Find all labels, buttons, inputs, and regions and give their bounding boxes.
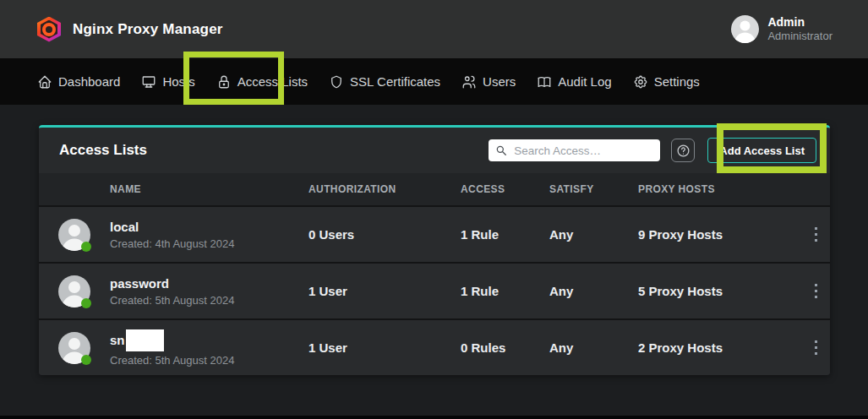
access-list-created: Created: 4th August 2024	[110, 237, 308, 250]
users-icon	[461, 74, 477, 90]
app-title: Nginx Proxy Manager	[73, 21, 223, 38]
panel-header: Access Lists Add Access List	[39, 128, 830, 173]
access-list-created: Created: 5th August 2024	[110, 354, 308, 367]
authorization-value: 0 Users	[308, 227, 461, 242]
table-row: sn Created: 5th August 2024 1 User 0 Rul…	[39, 318, 830, 375]
lock-icon	[216, 74, 232, 90]
column-header-name: NAME	[110, 183, 308, 195]
status-dot-icon	[81, 242, 91, 252]
panel-title: Access Lists	[59, 142, 147, 159]
home-icon	[37, 74, 52, 90]
user-menu[interactable]: Admin Administrator	[731, 15, 833, 43]
help-circle-icon	[676, 144, 691, 158]
shield-icon	[329, 74, 344, 90]
search-box	[489, 139, 660, 161]
row-actions-menu-button[interactable]	[801, 227, 830, 242]
satisfy-value: Any	[549, 227, 638, 242]
help-button[interactable]	[671, 139, 695, 162]
add-access-list-button[interactable]: Add Access List	[707, 138, 816, 163]
nav-item-audit-log[interactable]: Audit Log	[537, 74, 611, 90]
nav-label: Audit Log	[558, 74, 611, 89]
nav-item-users[interactable]: Users	[461, 74, 516, 90]
status-dot-icon	[81, 298, 91, 308]
nav-label: Users	[483, 74, 516, 89]
access-list-avatar	[58, 219, 90, 251]
nav-label: Settings	[654, 74, 700, 89]
user-name: Admin	[767, 15, 833, 30]
nav-item-settings[interactable]: Settings	[633, 74, 700, 90]
nav-label: Access Lists	[237, 74, 308, 89]
satisfy-value: Any	[549, 284, 638, 298]
nav-item-dashboard[interactable]: Dashboard	[37, 74, 120, 90]
app-header: Nginx Proxy Manager Admin Administrator	[0, 0, 868, 58]
user-role: Administrator	[767, 30, 833, 43]
column-header-satisfy: SATISFY	[549, 183, 638, 195]
nav-label: Dashboard	[58, 74, 120, 89]
book-icon	[537, 74, 552, 90]
proxy-hosts-value: 9 Proxy Hosts	[638, 227, 801, 242]
column-header-proxy-hosts: PROXY HOSTS	[638, 183, 801, 195]
access-value: 1 Rule	[461, 284, 549, 298]
kebab-menu-icon	[814, 284, 818, 298]
user-avatar	[731, 15, 759, 43]
table-row: password Created: 5th August 2024 1 User…	[39, 262, 830, 318]
nginx-proxy-manager-logo-icon	[37, 17, 61, 42]
access-value: 1 Rule	[461, 227, 549, 242]
kebab-menu-icon	[814, 227, 818, 242]
proxy-hosts-value: 2 Proxy Hosts	[638, 340, 801, 355]
authorization-value: 1 User	[308, 340, 461, 355]
row-actions-menu-button[interactable]	[801, 340, 830, 355]
access-list-name: password	[110, 276, 308, 291]
access-list-avatar	[58, 275, 90, 307]
status-dot-icon	[81, 355, 91, 365]
nav-label: Hosts	[162, 74, 194, 89]
nav-item-hosts[interactable]: Hosts	[141, 74, 194, 90]
nav-item-ssl-certificates[interactable]: SSL Certificates	[329, 74, 440, 90]
search-input[interactable]	[514, 144, 653, 157]
column-header-access: ACCESS	[461, 183, 549, 195]
search-icon	[495, 144, 507, 156]
row-actions-menu-button[interactable]	[801, 284, 830, 298]
main-content: Access Lists Add Access List NAME AUTHOR…	[0, 105, 868, 416]
access-list-avatar	[58, 332, 90, 364]
table-row: local Created: 4th August 2024 0 Users 1…	[39, 205, 830, 262]
redaction-box	[126, 329, 164, 351]
access-lists-panel: Access Lists Add Access List NAME AUTHOR…	[39, 125, 830, 375]
screenshot-bottom-edge	[0, 416, 868, 419]
main-nav: Dashboard Hosts Access Lists SSL Certifi…	[0, 58, 868, 105]
nav-label: SSL Certificates	[350, 74, 440, 89]
table-header-row: NAME AUTHORIZATION ACCESS SATISFY PROXY …	[39, 173, 830, 205]
gear-icon	[633, 74, 648, 90]
satisfy-value: Any	[549, 340, 638, 355]
nav-item-access-lists[interactable]: Access Lists	[216, 74, 308, 90]
kebab-menu-icon	[814, 340, 818, 355]
authorization-value: 1 User	[308, 284, 461, 298]
access-list-name: sn	[110, 329, 308, 351]
access-list-name: local	[110, 220, 308, 235]
proxy-hosts-value: 5 Proxy Hosts	[638, 284, 801, 298]
access-list-created: Created: 5th August 2024	[110, 294, 308, 307]
monitor-icon	[141, 74, 156, 90]
access-value: 0 Rules	[461, 340, 549, 355]
screen: Nginx Proxy Manager Admin Administrator …	[0, 0, 868, 419]
column-header-authorization: AUTHORIZATION	[308, 183, 461, 195]
